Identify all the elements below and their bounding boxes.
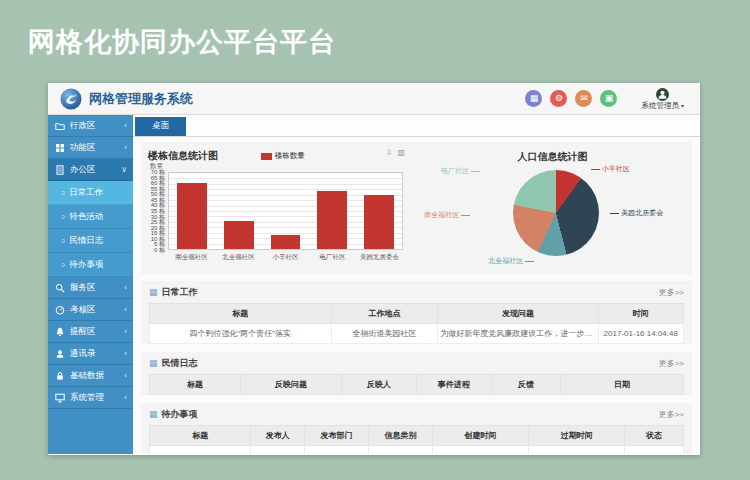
y-axis-ticks: 70 栋65 栋60 栋55 栋50 栋45 栋40 栋35 栋30 栋25 栋… bbox=[141, 172, 167, 250]
sidebar-item[interactable]: 行政区‹ bbox=[48, 115, 133, 137]
x-tick-label: 南全福社区 bbox=[168, 253, 215, 262]
y-tick: 0 栋 bbox=[154, 247, 165, 253]
app-window: 网格管理服务系统 ▦⚙✉▣ 系统管理员 ▾ 行政区‹功能区‹办公区∨○日常工作○… bbox=[48, 83, 700, 455]
bar-chart: 楼栋信息统计图 楼栋数量 ⇩ ▥ 数量 70 栋65 栋60 栋55 栋50 栋… bbox=[141, 142, 413, 274]
table-icon: ▦ bbox=[149, 359, 158, 368]
legend-label: 楼栋数量 bbox=[275, 151, 305, 161]
chevron-left-icon: ‹ bbox=[124, 283, 127, 292]
table-header-cell: 反映问题 bbox=[240, 375, 341, 395]
section-todo: ▦ 待办事项 更多>> 标题发布人发布部门信息类别创建时间过期时间状态 bbox=[141, 403, 692, 454]
sidebar-subitem[interactable]: ○待办事项 bbox=[48, 253, 133, 277]
image-icon[interactable]: ▣ bbox=[600, 90, 617, 107]
chevron-left-icon: ‹ bbox=[124, 143, 127, 152]
table-header-cell: 发布部门 bbox=[304, 426, 368, 446]
tab-desktop[interactable]: 桌面 bbox=[135, 117, 186, 136]
sidebar: 行政区‹功能区‹办公区∨○日常工作○特色活动○民情日志○待办事项服务区‹考核区‹… bbox=[48, 115, 133, 454]
pie-slice-label: 小辛社区 bbox=[589, 164, 630, 174]
sidebar-item[interactable]: 提醒区‹ bbox=[48, 321, 133, 343]
gauge-icon bbox=[55, 305, 66, 315]
table-header-cell: 信息类别 bbox=[368, 426, 432, 446]
daily-work-table: 标题工作地点发现问题时间 四个到位强化“两个责任”落实全福街道美园社区为做好新年… bbox=[149, 303, 684, 344]
chevron-left-icon: ‹ bbox=[124, 327, 127, 336]
sidebar-subitem[interactable]: ○特色活动 bbox=[48, 205, 133, 229]
sidebar-item[interactable]: 服务区‹ bbox=[48, 277, 133, 299]
x-axis-labels: 南全福社区北全福社区小辛社区电厂社区美园北居委会 bbox=[168, 253, 403, 262]
table-header-cell: 时间 bbox=[598, 304, 683, 324]
bell-icon bbox=[55, 327, 66, 337]
bar[interactable] bbox=[271, 235, 301, 249]
leader-line bbox=[610, 213, 619, 214]
chevron-left-icon: ‹ bbox=[124, 121, 127, 130]
sidebar-item[interactable]: 功能区‹ bbox=[48, 137, 133, 159]
section-title: 日常工作 bbox=[162, 286, 198, 299]
x-tick-label: 美园北居委会 bbox=[356, 253, 403, 262]
more-link[interactable]: 更多>> bbox=[659, 409, 684, 420]
bar[interactable] bbox=[364, 195, 394, 249]
circle-bullet-icon: ○ bbox=[61, 237, 65, 244]
leader-line bbox=[471, 171, 480, 172]
pie-slice-label: 电厂社区 bbox=[441, 166, 482, 176]
brand-name: 网格管理服务系统 bbox=[89, 90, 193, 108]
monitor-icon bbox=[55, 393, 66, 403]
leader-line bbox=[461, 215, 470, 216]
circle-bullet-icon: ○ bbox=[61, 213, 65, 220]
grid-icon bbox=[55, 143, 66, 153]
table-header-cell: 过期时间 bbox=[529, 426, 625, 446]
table-header-cell: 标题 bbox=[150, 426, 251, 446]
circle-bullet-icon: ○ bbox=[61, 189, 65, 196]
settings-gear-icon[interactable]: ⚙ bbox=[550, 90, 567, 107]
x-tick-label: 小辛社区 bbox=[262, 253, 309, 262]
chevron-left-icon: ‹ bbox=[124, 305, 127, 314]
apps-icon[interactable]: ▦ bbox=[525, 90, 542, 107]
table-row[interactable]: 四个到位强化“两个责任”落实全福街道美园社区为做好新年度党风廉政建设工作，进一步… bbox=[150, 324, 684, 344]
table-header-cell: 创建时间 bbox=[433, 426, 529, 446]
content-scroll[interactable]: 楼栋信息统计图 楼栋数量 ⇩ ▥ 数量 70 栋65 栋60 栋55 栋50 栋… bbox=[133, 137, 700, 454]
pie-graphic bbox=[513, 170, 599, 256]
data-view-icon[interactable]: ▥ bbox=[397, 148, 405, 157]
table-header-cell: 工作地点 bbox=[331, 304, 438, 324]
user-menu[interactable]: 系统管理员 ▾ bbox=[641, 88, 684, 110]
bar[interactable] bbox=[177, 183, 207, 249]
legend-swatch bbox=[261, 153, 272, 160]
table-header-cell: 发现问题 bbox=[438, 304, 598, 324]
table-header-cell: 标题 bbox=[150, 304, 332, 324]
pie-chart-title: 人口信息统计图 bbox=[413, 150, 692, 164]
pie-slice-label: 美园北居委会 bbox=[608, 208, 663, 218]
mail-icon[interactable]: ✉ bbox=[575, 90, 592, 107]
leader-line bbox=[591, 169, 600, 170]
brand: 网格管理服务系统 bbox=[60, 88, 193, 110]
save-image-icon[interactable]: ⇩ bbox=[386, 148, 393, 157]
public-log-table: 标题反映问题反映人事件进程反馈日期 bbox=[149, 374, 684, 395]
chevron-left-icon: ‹ bbox=[124, 349, 127, 358]
app-header: 网格管理服务系统 ▦⚙✉▣ 系统管理员 ▾ bbox=[48, 83, 700, 115]
table-header-cell: 状态 bbox=[625, 426, 684, 446]
table-header-cell: 日期 bbox=[561, 375, 684, 395]
circle-bullet-icon: ○ bbox=[61, 261, 65, 268]
sidebar-item[interactable]: 考核区‹ bbox=[48, 299, 133, 321]
chevron-left-icon: ‹ bbox=[124, 393, 127, 402]
todo-table: 标题发布人发布部门信息类别创建时间过期时间状态 bbox=[149, 425, 684, 454]
chart-toolbox: ⇩ ▥ bbox=[386, 148, 405, 157]
sidebar-subitem[interactable]: ○民情日志 bbox=[48, 229, 133, 253]
sidebar-item[interactable]: 通讯录‹ bbox=[48, 343, 133, 365]
bar[interactable] bbox=[317, 191, 347, 249]
pie-slice-label: 北全福社区 bbox=[488, 256, 536, 266]
contact-icon bbox=[55, 349, 66, 359]
pie-chart: 人口信息统计图 小辛社区美园北居委会北全福社区南全福社区电厂社区 bbox=[413, 142, 692, 274]
user-name: 系统管理员 bbox=[641, 102, 679, 110]
sidebar-item[interactable]: 办公区∨ bbox=[48, 159, 133, 181]
bar-chart-legend[interactable]: 楼栋数量 bbox=[261, 151, 305, 161]
charts-panel: 楼栋信息统计图 楼栋数量 ⇩ ▥ 数量 70 栋65 栋60 栋55 栋50 栋… bbox=[141, 142, 692, 274]
sidebar-item[interactable]: 基础数据‹ bbox=[48, 365, 133, 387]
bar[interactable] bbox=[224, 221, 254, 249]
tab-bar: 桌面 bbox=[133, 115, 700, 137]
lock-icon bbox=[55, 371, 66, 381]
table-icon: ▦ bbox=[149, 288, 158, 297]
search-icon bbox=[55, 283, 66, 293]
bar-chart-title: 楼栋信息统计图 bbox=[148, 149, 218, 163]
more-link[interactable]: 更多>> bbox=[659, 358, 684, 369]
sidebar-subitem[interactable]: ○日常工作 bbox=[48, 181, 133, 205]
sidebar-item[interactable]: 系统管理‹ bbox=[48, 387, 133, 409]
chevron-down-icon: ∨ bbox=[121, 165, 127, 174]
more-link[interactable]: 更多>> bbox=[659, 287, 684, 298]
